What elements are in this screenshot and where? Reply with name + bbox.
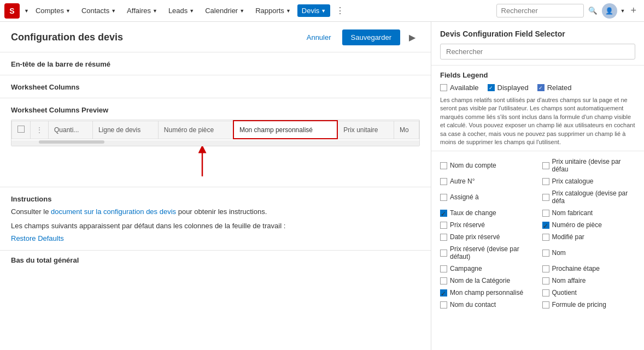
legend-items: Available ✓ Displayed ✓ Related — [440, 84, 635, 92]
field-label-5-1[interactable]: Modifié par — [552, 233, 584, 241]
field-label-9-1[interactable]: Quotient — [552, 289, 577, 296]
instructions-link[interactable]: document sur la configuration des devis — [51, 207, 176, 216]
field-row: Date prix réservéModifié par — [438, 231, 640, 243]
global-search-input[interactable] — [496, 4, 584, 17]
field-checkbox-2-1[interactable] — [542, 194, 549, 201]
field-checkbox-10-0[interactable] — [440, 301, 447, 309]
global-search-button[interactable]: 🔍 — [586, 4, 600, 17]
field-checkbox-4-1[interactable]: ✓ — [542, 222, 549, 229]
field-label-9-0[interactable]: Mon champ personnalisé — [450, 289, 523, 296]
nav-item-devis[interactable]: Devis ▼ — [297, 4, 330, 17]
fields-legend: Fields Legend Available ✓ Displayed ✓ R — [431, 66, 644, 151]
page-header: Configuration des devis Annuler Sauvegar… — [0, 22, 431, 52]
avatar-caret-icon[interactable]: ▼ — [620, 8, 625, 14]
col-custom-field[interactable]: Mon champ personnalisé — [233, 121, 337, 139]
field-checkbox-8-0[interactable] — [440, 277, 447, 284]
field-row: CampagneProchaine étape — [438, 263, 640, 275]
col-mo[interactable]: Mo — [394, 121, 419, 139]
field-checkbox-6-0[interactable] — [440, 250, 447, 257]
instructions-title: Instructions — [11, 195, 420, 203]
legend-description: Les champs relatifs sont utilisés par d'… — [440, 96, 635, 146]
field-checkbox-8-1[interactable] — [542, 277, 549, 284]
main-panel: Configuration des devis Annuler Sauvegar… — [0, 22, 431, 350]
restore-defaults-link[interactable]: Restore Defaults — [11, 234, 64, 242]
avatar[interactable]: 👤 — [602, 3, 617, 19]
field-label-8-1[interactable]: Nom affaire — [552, 277, 586, 284]
field-checkbox-0-0[interactable] — [440, 162, 447, 169]
field-label-4-0[interactable]: Prix réservé — [450, 221, 485, 229]
nav-item-comptes[interactable]: Comptes ▼ — [31, 4, 75, 17]
col-checkbox[interactable] — [12, 121, 31, 139]
field-col: ✓Numéro de pièce — [540, 220, 640, 230]
field-label-6-0[interactable]: Prix réservé (devise par défaut) — [450, 245, 536, 260]
field-checkbox-7-1[interactable] — [542, 265, 549, 272]
nav-item-rapports[interactable]: Rapports ▼ — [251, 4, 295, 17]
field-label-10-1[interactable]: Formule de pricing — [552, 301, 606, 309]
field-row: Prix réservé (devise par défaut)Nom — [438, 243, 640, 263]
field-checkbox-7-0[interactable] — [440, 265, 447, 272]
field-label-1-1[interactable]: Prix catalogue — [552, 177, 594, 185]
field-search-input[interactable] — [440, 44, 635, 60]
nav-item-affaires[interactable]: Affaires ▼ — [122, 4, 162, 17]
nav-logo-caret[interactable]: ▼ — [24, 8, 29, 14]
field-label-3-0[interactable]: Taux de change — [450, 209, 496, 217]
summary-bar-title: En-tête de la barre de résumé — [11, 60, 420, 68]
right-panel: Devis Configuration Field Selector Field… — [431, 22, 644, 350]
field-label-1-0[interactable]: Autre N° — [450, 177, 475, 185]
field-label-0-0[interactable]: Nom du compte — [450, 162, 496, 169]
table-header-row: ⋮ Quanti... Ligne de devis Numéro de piè… — [12, 121, 419, 139]
legend-title: Fields Legend — [440, 71, 635, 79]
field-col: Assigné à — [438, 188, 538, 206]
nav-item-calendrier[interactable]: Calendrier ▼ — [201, 4, 249, 17]
displayed-label: Displayed — [497, 84, 529, 92]
preview-table: ⋮ Quanti... Ligne de devis Numéro de piè… — [11, 120, 419, 139]
main-layout: Configuration des devis Annuler Sauvegar… — [0, 22, 644, 350]
field-col: Nom de la Catégorie — [438, 276, 538, 286]
field-checkbox-0-1[interactable] — [542, 162, 549, 169]
field-checkbox-4-0[interactable] — [440, 222, 447, 229]
field-label-2-0[interactable]: Assigné à — [450, 193, 479, 201]
global-add-button[interactable]: + — [627, 3, 640, 19]
field-label-3-1[interactable]: Nom fabricant — [552, 209, 593, 217]
nav-more-icon[interactable]: ⋮ — [332, 3, 348, 18]
field-checkbox-5-1[interactable] — [542, 234, 549, 241]
cancel-button[interactable]: Annuler — [300, 30, 338, 45]
field-checkbox-2-0[interactable] — [440, 194, 447, 201]
field-label-8-0[interactable]: Nom de la Catégorie — [450, 277, 510, 284]
field-label-10-0[interactable]: Nom du contact — [450, 301, 496, 309]
field-col: Quotient — [540, 288, 640, 298]
col-quantity[interactable]: Quanti... — [49, 121, 93, 139]
field-col: Nom affaire — [540, 276, 640, 286]
field-checkbox-3-1[interactable] — [542, 210, 549, 217]
field-label-6-1[interactable]: Nom — [552, 249, 566, 257]
field-label-0-1[interactable]: Prix unitaire (devise par défau — [552, 158, 638, 173]
nav-item-contacts[interactable]: Contacts ▼ — [77, 4, 120, 17]
field-checkbox-9-1[interactable] — [542, 289, 549, 296]
field-col: Nom fabricant — [540, 208, 640, 218]
col-ligne-devis[interactable]: Ligne de devis — [92, 121, 158, 139]
col-numero-piece[interactable]: Numéro de pièce — [158, 121, 233, 139]
save-button[interactable]: Sauvegarder — [342, 29, 400, 45]
app-logo[interactable]: S — [4, 3, 20, 19]
expand-panel-button[interactable]: ▶ — [405, 30, 420, 45]
field-col: Prix réservé (devise par défaut) — [438, 244, 538, 262]
field-col: Date prix réservé — [438, 232, 538, 242]
field-checkbox-5-0[interactable] — [440, 234, 447, 241]
summary-bar-section: En-tête de la barre de résumé — [0, 52, 431, 75]
table-scrollbar[interactable] — [11, 140, 419, 146]
field-label-7-0[interactable]: Campagne — [450, 265, 482, 272]
field-checkbox-1-0[interactable] — [440, 178, 447, 185]
field-label-4-1[interactable]: Numéro de pièce — [552, 221, 602, 229]
field-checkbox-10-1[interactable] — [542, 301, 549, 309]
field-col: Formule de pricing — [540, 300, 640, 310]
field-checkbox-1-1[interactable] — [542, 178, 549, 185]
field-checkbox-3-0[interactable]: ✓ — [440, 210, 447, 217]
field-label-2-1[interactable]: Prix catalogue (devise par défa — [552, 189, 638, 205]
col-prix-unitaire[interactable]: Prix unitaire — [337, 121, 394, 139]
field-label-5-0[interactable]: Date prix réservé — [450, 233, 500, 241]
right-panel-header: Devis Configuration Field Selector — [431, 22, 644, 66]
nav-item-leads[interactable]: Leads ▼ — [164, 4, 198, 17]
field-label-7-1[interactable]: Prochaine étape — [552, 265, 600, 272]
field-checkbox-9-0[interactable]: ✓ — [440, 289, 447, 296]
field-checkbox-6-1[interactable] — [542, 250, 549, 257]
